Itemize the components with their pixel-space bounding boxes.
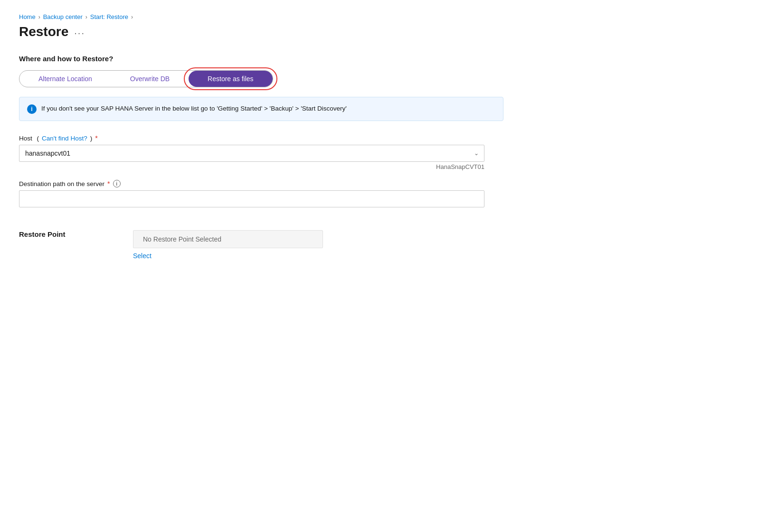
host-select[interactable]: hanasnapcvt01 <box>19 145 484 162</box>
restore-point-value: No Restore Point Selected Select <box>133 230 323 260</box>
tab-overwrite-db[interactable]: Overwrite DB <box>111 71 189 87</box>
tab-alternate-location[interactable]: Alternate Location <box>19 71 111 87</box>
restore-point-section: Restore Point No Restore Point Selected … <box>19 230 503 260</box>
breadcrumb-home[interactable]: Home <box>19 13 36 20</box>
host-label: Host (Can't find Host?) * <box>19 134 503 142</box>
page-title: Restore <box>19 24 68 39</box>
host-hint: HanaSnapCVT01 <box>19 163 484 170</box>
more-options-button[interactable]: ··· <box>74 28 85 38</box>
breadcrumb-start-restore[interactable]: Start: Restore <box>90 13 128 20</box>
destination-label: Destination path on the server * i <box>19 180 503 187</box>
info-text: If you don't see your SAP HANA Server in… <box>41 104 347 113</box>
info-icon: i <box>27 104 37 114</box>
tab-restore-files-wrapper: Restore as files <box>189 71 272 87</box>
breadcrumb: Home › Backup center › Start: Restore › <box>19 13 503 20</box>
tab-restore-files[interactable]: Restore as files <box>189 71 272 87</box>
host-select-wrapper: hanasnapcvt01 ⌄ <box>19 145 484 162</box>
info-box: i If you don't see your SAP HANA Server … <box>19 97 503 121</box>
destination-required: * <box>107 180 110 187</box>
section-heading: Where and how to Restore? <box>19 55 503 63</box>
breadcrumb-backup-center[interactable]: Backup center <box>43 13 83 20</box>
destination-field-group: Destination path on the server * i <box>19 180 503 207</box>
destination-path-input[interactable] <box>19 190 484 207</box>
restore-tabs: Alternate Location Overwrite DB Restore … <box>19 70 273 87</box>
restore-point-label: Restore Point <box>19 230 76 238</box>
host-required: * <box>95 134 97 142</box>
cant-find-host-link[interactable]: Can't find Host? <box>42 135 87 142</box>
page-title-row: Restore ··· <box>19 24 503 39</box>
no-restore-point-text: No Restore Point Selected <box>133 230 323 248</box>
destination-info-icon[interactable]: i <box>113 180 121 187</box>
select-restore-point-link[interactable]: Select <box>133 252 323 260</box>
host-field-group: Host (Can't find Host?) * hanasnapcvt01 … <box>19 134 503 170</box>
